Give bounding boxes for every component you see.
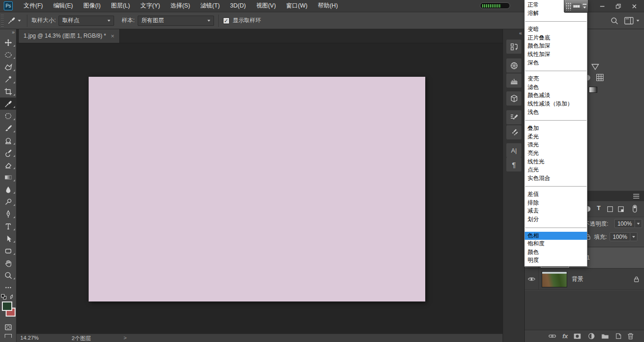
blend-mode-option[interactable]: 柔光: [525, 133, 587, 141]
delete-layer-button[interactable]: [627, 332, 635, 340]
menu-item[interactable]: 图像(I): [78, 0, 106, 12]
gradients-panel-icon[interactable]: [589, 87, 597, 93]
brush-settings-panel-button[interactable]: [506, 110, 521, 124]
patch-tool[interactable]: [0, 110, 17, 122]
new-group-button[interactable]: [601, 332, 609, 340]
eyedropper-tool[interactable]: [0, 98, 17, 110]
filter-smart-object-icon[interactable]: [618, 206, 624, 212]
expand-toolbar-button[interactable]: »: [12, 29, 16, 36]
sample-size-select[interactable]: 取样点: [58, 16, 114, 26]
filter-toggle-switch[interactable]: [632, 204, 638, 213]
filter-shape-layers-icon[interactable]: [607, 206, 613, 212]
menu-item[interactable]: 文件(F): [18, 0, 48, 12]
crop-tool[interactable]: [0, 85, 17, 98]
sample-select[interactable]: 所有图层: [138, 16, 214, 26]
magic-wand-tool[interactable]: [0, 73, 17, 85]
shape-tool[interactable]: [0, 244, 17, 257]
filter-type-layers-icon[interactable]: T: [597, 204, 601, 212]
menu-item[interactable]: 窗口(W): [281, 0, 313, 12]
move-tool[interactable]: [0, 36, 17, 49]
document-tab[interactable]: 1.jpg @ 14.3% (图层 1, RGB/8) * ×: [19, 29, 120, 43]
histogram-panel-button[interactable]: [506, 73, 521, 88]
learn-panel-button[interactable]: [506, 58, 521, 73]
pen-tool[interactable]: [0, 208, 17, 220]
zoom-level-field[interactable]: 14.27%: [20, 335, 39, 341]
blur-tool[interactable]: [0, 183, 17, 195]
collapse-dock-button[interactable]: «: [519, 30, 521, 36]
window-minimize-button[interactable]: [594, 0, 610, 12]
eraser-tool[interactable]: [0, 159, 17, 171]
zoom-tool[interactable]: [0, 269, 17, 281]
blend-mode-option[interactable]: 叠加: [525, 124, 587, 133]
character-panel-button[interactable]: A|: [506, 143, 521, 157]
menu-item[interactable]: 视图(V): [251, 0, 281, 12]
workspace-switcher[interactable]: [622, 17, 644, 24]
history-panel-button[interactable]: [506, 40, 521, 54]
layer-thumbnail[interactable]: [542, 271, 567, 287]
layer-row-background[interactable]: 背景: [525, 269, 644, 290]
quick-mask-button[interactable]: [0, 322, 17, 332]
menu-item[interactable]: 编辑(E): [48, 0, 78, 12]
adjustment-layer-button[interactable]: [587, 332, 595, 340]
gradient-tool[interactable]: [0, 171, 17, 183]
path-selection-tool[interactable]: [0, 232, 17, 244]
blend-mode-option[interactable]: 亮光: [525, 149, 587, 158]
ime-minimize-icon[interactable]: [583, 4, 586, 5]
show-sampling-ring-checkbox[interactable]: ✓: [223, 17, 230, 24]
status-chevron-icon[interactable]: >: [124, 335, 127, 341]
layer-style-button[interactable]: fx: [562, 333, 568, 340]
blend-mode-option[interactable]: 颜色减淡: [525, 91, 587, 100]
search-button[interactable]: [607, 17, 622, 25]
tab-close-icon[interactable]: ×: [111, 33, 115, 40]
blend-mode-option[interactable]: 排除: [525, 199, 587, 207]
ime-options-chevron-icon[interactable]: [583, 7, 586, 8]
link-layers-button[interactable]: [548, 332, 556, 340]
add-mask-button[interactable]: [573, 332, 581, 340]
brushes-panel-button[interactable]: [506, 125, 521, 139]
keyboard-icon[interactable]: [572, 4, 581, 9]
blend-mode-option[interactable]: 色相: [525, 232, 587, 240]
opacity-value-field[interactable]: 100%: [614, 219, 635, 228]
menu-item[interactable]: 滤镜(T): [195, 0, 225, 12]
color-panel-triangle-icon[interactable]: [591, 64, 599, 71]
blend-mode-option[interactable]: 颜色加深: [525, 42, 587, 50]
blend-mode-option[interactable]: 线性减淡（添加）: [525, 100, 587, 108]
menu-item[interactable]: 图层(L): [106, 0, 135, 12]
blend-mode-option[interactable]: 减去: [525, 207, 587, 215]
history-brush-tool[interactable]: [0, 147, 17, 159]
brush-tool[interactable]: [0, 122, 17, 134]
blend-mode-option[interactable]: 明度: [525, 256, 587, 265]
screen-mode-button[interactable]: [5, 334, 12, 338]
window-restore-button[interactable]: [610, 0, 626, 12]
3d-panel-button[interactable]: [506, 91, 521, 106]
dodge-tool[interactable]: [0, 195, 17, 208]
blend-mode-option[interactable]: 变亮: [525, 75, 587, 83]
layer-visibility-toggle[interactable]: [525, 269, 539, 290]
blend-mode-option[interactable]: 划分: [525, 215, 587, 224]
eyedropper-tool-preset[interactable]: [6, 16, 23, 24]
blend-mode-option[interactable]: 差值: [525, 190, 587, 199]
blend-mode-option[interactable]: 滤色: [525, 83, 587, 92]
window-close-button[interactable]: [626, 0, 642, 12]
ime-drag-handle-icon[interactable]: [566, 2, 571, 10]
menu-item[interactable]: 选择(S): [165, 0, 195, 12]
menu-item[interactable]: 3D(D): [225, 0, 251, 12]
default-and-swap-colors-icons[interactable]: [0, 293, 17, 301]
ime-toolbar[interactable]: [564, 0, 588, 13]
edit-toolbar-button[interactable]: [0, 281, 17, 293]
blend-mode-option[interactable]: 饱和度: [525, 240, 587, 248]
foreground-color-swatch[interactable]: [2, 301, 12, 311]
fill-dropdown-button[interactable]: [630, 232, 637, 241]
panel-menu-icon[interactable]: [633, 194, 640, 199]
new-layer-button[interactable]: [614, 332, 622, 340]
blend-mode-option[interactable]: 正片叠底: [525, 34, 587, 42]
blend-mode-option[interactable]: 深色: [525, 59, 587, 67]
blend-mode-option[interactable]: 点光: [525, 166, 587, 174]
document-canvas[interactable]: [89, 77, 425, 301]
menu-item[interactable]: 帮助(H): [313, 0, 343, 12]
blend-mode-option[interactable]: 强光: [525, 141, 587, 149]
blend-mode-option[interactable]: 浅色: [525, 108, 587, 117]
elliptical-marquee-tool[interactable]: [0, 49, 17, 61]
blend-mode-option[interactable]: 线性加深: [525, 50, 587, 59]
blend-mode-option[interactable]: 颜色: [525, 248, 587, 257]
